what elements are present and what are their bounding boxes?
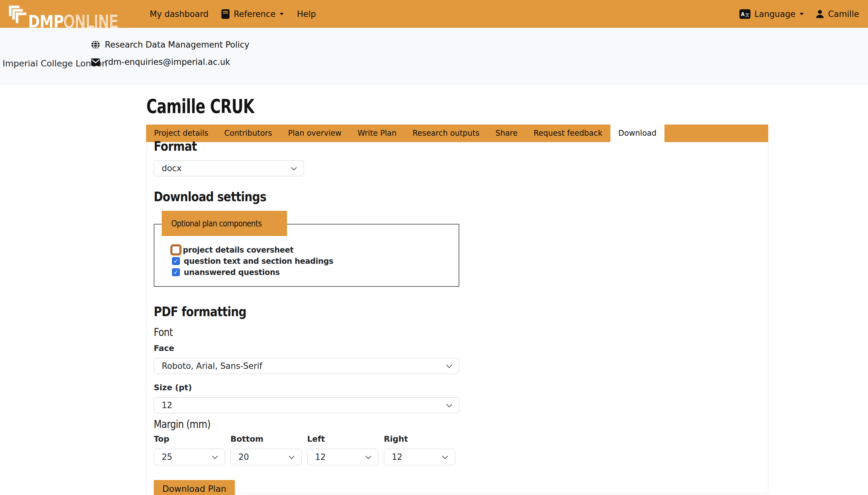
chevron-down-icon	[365, 453, 371, 459]
svg-text:文: 文	[745, 12, 749, 17]
organisation-links: Research Data Management Policy rdm-enqu…	[91, 40, 249, 67]
primary-nav: My dashboard Reference Help	[150, 9, 316, 19]
chevron-down-icon	[212, 453, 218, 459]
margin-right-label: Right	[384, 434, 455, 444]
font-size-select[interactable]: 12	[154, 397, 459, 413]
dmp-stack-icon	[9, 5, 28, 24]
translate-icon: A 文	[739, 9, 751, 19]
margin-bottom-value: 20	[238, 452, 249, 462]
tab-contributors[interactable]: Contributors	[216, 124, 280, 142]
download-settings-heading: Download settings	[154, 189, 768, 204]
tab-research-outputs[interactable]: Research outputs	[405, 124, 487, 142]
download-panel: Format docx Download settings Optional p…	[146, 124, 768, 495]
dmponline-logo[interactable]: DMPONLINE	[9, 0, 138, 28]
tab-request-feedback[interactable]: Request feedback	[525, 124, 610, 142]
margin-top-label: Top	[154, 434, 225, 444]
optional-components-group: Optional plan components project details…	[154, 211, 459, 287]
margin-right-select[interactable]: 12	[384, 449, 455, 465]
envelope-icon	[91, 58, 100, 66]
navbar-right: A 文 Language Camille	[739, 9, 859, 19]
page-title: Camille CRUK	[146, 95, 288, 118]
chevron-down-icon	[288, 453, 294, 459]
option-unanswered-questions[interactable]: unanswered questions	[172, 267, 458, 278]
font-face-select-value: Roboto, Arial, Sans-Serif	[162, 361, 262, 371]
margin-left-group: Left 12	[307, 434, 379, 465]
option-question-text-and-section-headings[interactable]: question text and section headings	[172, 255, 458, 267]
checkbox-question-text-and-section-headings[interactable]	[172, 257, 180, 265]
margin-heading: Margin (mm)	[154, 418, 768, 430]
nav-help[interactable]: Help	[297, 9, 316, 19]
svg-text:A: A	[741, 12, 745, 17]
margin-top-value: 25	[162, 452, 172, 462]
format-select-value: docx	[162, 164, 182, 173]
margin-top-select[interactable]: 25	[154, 449, 225, 465]
chevron-down-icon	[291, 165, 297, 170]
organisation-bar: Imperial College London Research Data Ma…	[0, 28, 868, 85]
checkbox-unanswered-questions[interactable]	[172, 268, 180, 276]
download-plan-button[interactable]: Download Plan	[154, 480, 235, 495]
email-link[interactable]: rdm-enquiries@imperial.ac.uk	[91, 57, 249, 67]
font-heading: Font	[154, 326, 768, 339]
face-label: Face	[154, 344, 768, 353]
nav-language-menu[interactable]: A 文 Language	[739, 9, 804, 19]
nav-reference-menu[interactable]: Reference	[221, 9, 284, 19]
globe-icon	[91, 40, 100, 49]
person-icon	[816, 10, 824, 18]
caret-down-icon	[799, 13, 804, 16]
checkbox-project-details-coversheet[interactable]	[172, 246, 180, 254]
book-icon	[221, 9, 230, 19]
nav-user-menu[interactable]: Camille	[816, 9, 859, 19]
tab-download[interactable]: Download	[611, 124, 664, 142]
chevron-down-icon	[446, 362, 452, 368]
top-navbar: DMPONLINE My dashboard Reference Help A	[0, 0, 868, 28]
policy-link[interactable]: Research Data Management Policy	[91, 40, 249, 50]
plan-content-card: Project details Contributors Plan overvi…	[146, 124, 768, 493]
font-face-select[interactable]: Roboto, Arial, Sans-Serif	[154, 358, 459, 374]
size-label: Size (pt)	[154, 383, 768, 392]
font-size-select-value: 12	[162, 400, 172, 410]
margin-top-group: Top 25	[154, 434, 225, 465]
margin-right-value: 12	[392, 452, 402, 462]
tab-plan-overview[interactable]: Plan overview	[280, 124, 349, 142]
margin-bottom-label: Bottom	[230, 434, 302, 444]
nav-my-dashboard[interactable]: My dashboard	[150, 9, 209, 19]
margin-bottom-group: Bottom 20	[230, 434, 302, 465]
brand-text: DMPONLINE	[28, 14, 119, 28]
plan-tabbar: Project details Contributors Plan overvi…	[146, 124, 768, 142]
pdf-formatting-heading: PDF formatting	[154, 304, 768, 319]
margin-controls: Top 25 Bottom 20 Left 12	[154, 434, 768, 465]
chevron-down-icon	[446, 402, 452, 407]
option-project-details-coversheet[interactable]: project details coversheet	[172, 244, 458, 255]
tab-share[interactable]: Share	[487, 124, 525, 142]
chevron-down-icon	[442, 453, 448, 459]
margin-right-group: Right 12	[384, 434, 455, 465]
caret-down-icon	[279, 13, 284, 16]
margin-left-select[interactable]: 12	[307, 449, 379, 465]
margin-left-value: 12	[315, 452, 326, 462]
tab-write-plan[interactable]: Write Plan	[350, 124, 405, 142]
margin-bottom-select[interactable]: 20	[230, 449, 302, 465]
margin-left-label: Left	[307, 434, 379, 444]
format-select[interactable]: docx	[154, 160, 304, 176]
optional-components-legend: Optional plan components	[162, 211, 287, 236]
